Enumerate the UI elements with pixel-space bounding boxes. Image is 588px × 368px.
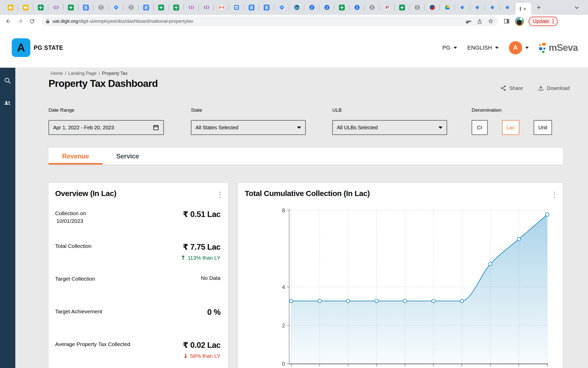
- mseva-brand: mSeva: [539, 42, 578, 53]
- overview-card: Overview (In Lac) Collection on10/01/202…: [48, 183, 228, 368]
- trend-down-icon: ↓: [183, 352, 188, 360]
- browser-tab-jira-favicon[interactable]: [108, 2, 124, 13]
- chrome-update-button[interactable]: Update: [529, 17, 558, 26]
- browser-tab-swirl-favicon[interactable]: [425, 2, 440, 13]
- svg-text:gov: gov: [295, 7, 299, 9]
- chart-data-point: [517, 237, 521, 241]
- svg-text:Z: Z: [326, 6, 328, 9]
- svg-text:4: 4: [282, 284, 285, 290]
- tab-search-chevron-icon[interactable]: [574, 5, 579, 11]
- chart-card-menu-icon[interactable]: [553, 191, 556, 199]
- browser-tab-zoho-favicon[interactable]: Z: [319, 2, 334, 13]
- denomination-label: Denomination: [472, 107, 501, 113]
- download-icon: [538, 85, 544, 91]
- cumulative-collection-chart: 0248Apr 2022May 2022Jun 2022Jul 2022Aug …: [273, 207, 554, 368]
- browser-tab-sheets-favicon[interactable]: [169, 2, 184, 13]
- browser-tab-drive-favicon[interactable]: [440, 2, 455, 13]
- browser-tab-docs-favicon[interactable]: [259, 2, 274, 13]
- ulb-select[interactable]: All ULBs Selected: [332, 120, 447, 135]
- browser-tab-globe-favicon[interactable]: [364, 2, 379, 13]
- chart-data-point: [289, 299, 293, 303]
- state-filter-label: State: [191, 107, 202, 113]
- browser-tab-code-favicon[interactable]: [199, 2, 214, 13]
- browser-profile-avatar[interactable]: [515, 17, 524, 26]
- share-icon: [500, 85, 506, 91]
- metric-average-collected: Average Property Tax Collected ₹ 0.02 La…: [55, 340, 220, 360]
- browser-tab-sheets-favicon[interactable]: [63, 2, 78, 13]
- url-bar[interactable]: uat.digit.org/digit-ui/employee/dss/dash…: [41, 17, 498, 26]
- browser-tab-docs-favicon[interactable]: [244, 2, 259, 13]
- side-panel-icon[interactable]: [503, 17, 510, 25]
- browser-tab-sheets-favicon[interactable]: [395, 2, 410, 13]
- breadcrumb-item-home[interactable]: Home: [51, 71, 63, 76]
- search-icon[interactable]: [4, 77, 11, 85]
- chart-data-point: [460, 299, 464, 303]
- share-button[interactable]: Share: [500, 85, 523, 91]
- org-name: PG STATE: [34, 44, 63, 51]
- denomination-unit-button[interactable]: Unit: [534, 120, 552, 135]
- browser-tab-egov-favicon[interactable]: gov: [289, 2, 304, 13]
- browser-tab-zoho-favicon[interactable]: Z: [304, 2, 319, 13]
- new-tab-button[interactable]: +: [535, 3, 543, 12]
- share-page-icon[interactable]: [476, 18, 483, 25]
- browser-tab-paint-favicon[interactable]: [485, 2, 500, 13]
- bookmark-star-icon[interactable]: [487, 18, 494, 25]
- browser-tab-docs-favicon[interactable]: [78, 2, 93, 13]
- browser-tab-miro-favicon[interactable]: [379, 2, 395, 13]
- close-tab-icon[interactable]: ×: [523, 6, 526, 12]
- overview-card-title: Overview (In Lac): [55, 189, 116, 198]
- overview-card-menu-icon[interactable]: [218, 191, 222, 199]
- browser-toolbar: uat.digit.org/digit-ui/employee/dss/dash…: [0, 15, 588, 28]
- date-range-label: Date Range: [48, 107, 74, 113]
- browser-menu-icon[interactable]: [553, 19, 554, 24]
- chart-data-point: [489, 262, 492, 266]
- browser-tab-gmail-favicon[interactable]: [214, 2, 229, 13]
- browser-tab-paint-favicon[interactable]: [500, 2, 515, 13]
- browser-tab-docs-favicon[interactable]: [139, 2, 154, 13]
- browser-tab-sheets-favicon[interactable]: [334, 2, 349, 13]
- forward-icon[interactable]: [16, 17, 24, 25]
- browser-tab-code-favicon[interactable]: [48, 2, 63, 13]
- browser-tab-globe-favicon[interactable]: [93, 2, 108, 13]
- url-text: uat.digit.org/digit-ui/employee/dss/dash…: [53, 18, 460, 24]
- denomination-cr-button[interactable]: Cr: [472, 120, 488, 135]
- date-range-input[interactable]: Apr 1, 2022 - Feb 20, 2023: [48, 120, 164, 135]
- reload-icon[interactable]: [28, 17, 36, 25]
- chevron-down-icon: [438, 126, 443, 129]
- trend-up-icon: ↑: [180, 254, 186, 261]
- chevron-down-icon: [454, 47, 457, 49]
- user-menu[interactable]: A: [509, 41, 529, 54]
- active-browser-tab[interactable]: ×: [515, 3, 531, 15]
- browser-tab-globe-favicon[interactable]: [410, 2, 425, 13]
- browser-tab-jira-favicon[interactable]: [274, 2, 289, 13]
- area-chart-svg: 0248Apr 2022May 2022Jun 2022Jul 2022Aug …: [273, 207, 554, 368]
- browser-tab-zoho-favicon[interactable]: Z: [349, 2, 364, 13]
- state-dropdown[interactable]: PG: [442, 44, 457, 51]
- browser-tab-globe-favicon[interactable]: [124, 2, 139, 13]
- breadcrumb-item-landing-page[interactable]: Landing Page: [68, 71, 96, 76]
- tab-revenue[interactable]: Revenue: [48, 148, 103, 165]
- browser-tab-calendar-favicon[interactable]: 20: [229, 2, 244, 13]
- denomination-lac-button[interactable]: Lac: [502, 120, 519, 135]
- people-groups-icon[interactable]: [4, 99, 11, 107]
- back-icon[interactable]: [5, 17, 12, 25]
- download-button[interactable]: Download: [538, 85, 570, 91]
- browser-tab-slides-favicon[interactable]: [18, 2, 33, 13]
- browser-tab-paint-favicon[interactable]: [470, 2, 485, 13]
- svg-text:2: 2: [282, 322, 285, 329]
- browser-tab-sheets-favicon[interactable]: [154, 2, 169, 13]
- state-logo: A: [12, 38, 30, 57]
- metric-collection-on: Collection on10/01/2023 ₹ 0.51 Lac: [55, 210, 220, 225]
- tab-service[interactable]: Service: [103, 148, 153, 165]
- language-dropdown[interactable]: ENGLISH: [467, 44, 499, 51]
- svg-text:Z: Z: [311, 6, 313, 9]
- svg-text:0: 0: [282, 361, 285, 367]
- state-select[interactable]: All States Selected: [191, 120, 306, 135]
- browser-tab-code-favicon[interactable]: [184, 2, 199, 13]
- user-avatar[interactable]: A: [509, 41, 522, 54]
- browser-tab-slides-favicon[interactable]: [3, 2, 18, 13]
- browser-tab-paint-favicon[interactable]: [455, 2, 470, 13]
- password-key-icon[interactable]: [465, 18, 472, 25]
- browser-tab-sheets-favicon[interactable]: [33, 2, 48, 13]
- chart-data-point: [346, 299, 350, 303]
